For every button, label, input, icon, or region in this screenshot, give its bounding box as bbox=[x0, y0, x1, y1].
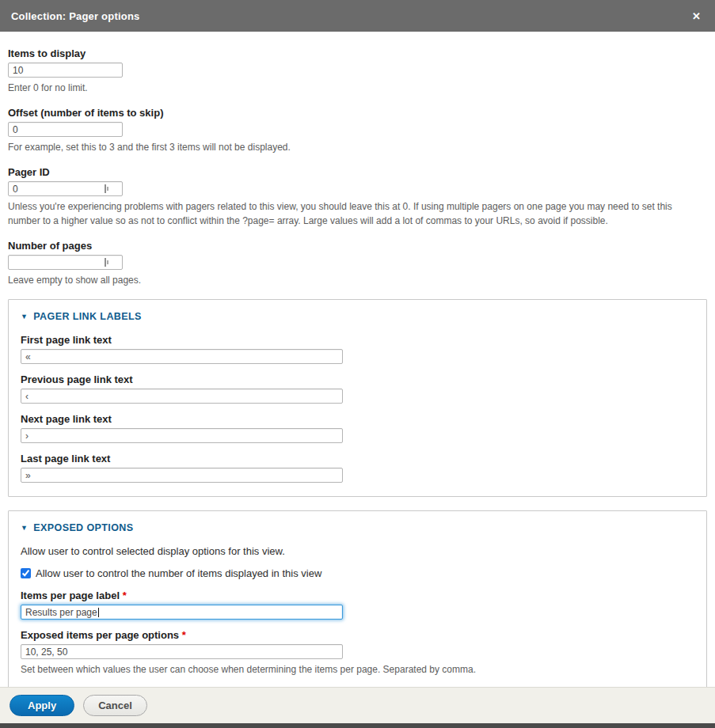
items-per-page-label-label: Items per page label * bbox=[21, 590, 694, 601]
next-page-link-input[interactable] bbox=[21, 428, 343, 443]
offset-input[interactable] bbox=[8, 122, 123, 137]
required-marker: * bbox=[182, 629, 186, 641]
last-page-link-input[interactable] bbox=[21, 468, 343, 483]
first-page-link-group: First page link text bbox=[21, 334, 694, 364]
apply-button[interactable]: Apply bbox=[10, 695, 74, 716]
exposed-items-options-label: Exposed items per page options * bbox=[21, 629, 694, 641]
exposed-items-options-help: Set between which values the user can ch… bbox=[21, 662, 694, 677]
first-page-link-label: First page link text bbox=[21, 334, 694, 346]
offset-group: Offset (number of items to skip) For exa… bbox=[8, 107, 707, 154]
close-icon[interactable]: ✕ bbox=[689, 9, 704, 23]
offset-help: For example, set this to 3 and the first… bbox=[8, 140, 705, 154]
modal-footer: Apply Cancel bbox=[0, 687, 715, 723]
next-page-link-label: Next page link text bbox=[21, 413, 694, 425]
items-to-display-help: Enter 0 for no limit. bbox=[8, 81, 705, 95]
items-to-display-group: Items to display Enter 0 for no limit. bbox=[8, 47, 707, 95]
pager-link-labels-legend[interactable]: ▼ PAGER LINK LABELS bbox=[21, 311, 694, 322]
pager-id-group: Pager ID Unless you're experiencing prob… bbox=[8, 166, 707, 228]
items-to-display-input[interactable] bbox=[8, 63, 123, 78]
items-per-page-label-group: Items per page label * Results per page bbox=[21, 590, 694, 620]
collapse-arrow-icon: ▼ bbox=[21, 313, 28, 320]
number-of-pages-group: Number of pages Leave empty to show all … bbox=[8, 240, 707, 287]
exposed-options-legend-text: EXPOSED OPTIONS bbox=[33, 522, 133, 533]
exposed-items-options-group: Exposed items per page options * Set bet… bbox=[21, 629, 694, 677]
previous-page-link-input[interactable] bbox=[21, 389, 343, 404]
allow-control-items-checkbox[interactable] bbox=[21, 568, 31, 578]
next-page-link-group: Next page link text bbox=[21, 413, 694, 443]
number-spinner-icon[interactable] bbox=[105, 184, 109, 193]
required-marker: * bbox=[123, 590, 127, 601]
last-page-link-label: Last page link text bbox=[21, 453, 694, 464]
first-page-link-input[interactable] bbox=[21, 349, 343, 364]
previous-page-link-label: Previous page link text bbox=[21, 373, 694, 385]
modal-header: Collection: Pager options ✕ bbox=[0, 0, 715, 32]
pager-link-labels-legend-text: PAGER LINK LABELS bbox=[33, 311, 141, 322]
number-spinner-icon[interactable] bbox=[105, 258, 109, 267]
allow-control-items-label: Allow user to control the number of item… bbox=[36, 567, 321, 579]
items-per-page-label-input[interactable]: Results per page bbox=[21, 605, 343, 620]
last-page-link-group: Last page link text bbox=[21, 453, 694, 483]
cancel-button[interactable]: Cancel bbox=[83, 695, 147, 716]
modal-title: Collection: Pager options bbox=[11, 10, 139, 22]
number-of-pages-help: Leave empty to show all pages. bbox=[8, 273, 705, 287]
offset-label: Offset (number of items to skip) bbox=[8, 107, 707, 119]
exposed-options-description: Allow user to control selected display o… bbox=[21, 545, 694, 557]
number-of-pages-label: Number of pages bbox=[8, 240, 707, 252]
allow-control-items-row: Allow user to control the number of item… bbox=[21, 567, 694, 579]
collapse-arrow-icon: ▼ bbox=[21, 524, 28, 532]
pager-link-labels-fieldset: ▼ PAGER LINK LABELS First page link text… bbox=[8, 299, 707, 497]
previous-page-link-group: Previous page link text bbox=[21, 373, 694, 404]
modal-content: Items to display Enter 0 for no limit. O… bbox=[0, 32, 715, 728]
text-caret bbox=[98, 608, 99, 617]
page-background-bar bbox=[0, 723, 715, 728]
pager-id-help: Unless you're experiencing problems with… bbox=[8, 199, 705, 228]
items-to-display-label: Items to display bbox=[8, 47, 707, 59]
exposed-items-options-input[interactable] bbox=[21, 644, 343, 659]
pager-id-label: Pager ID bbox=[8, 166, 707, 178]
exposed-options-legend[interactable]: ▼ EXPOSED OPTIONS bbox=[21, 522, 694, 533]
